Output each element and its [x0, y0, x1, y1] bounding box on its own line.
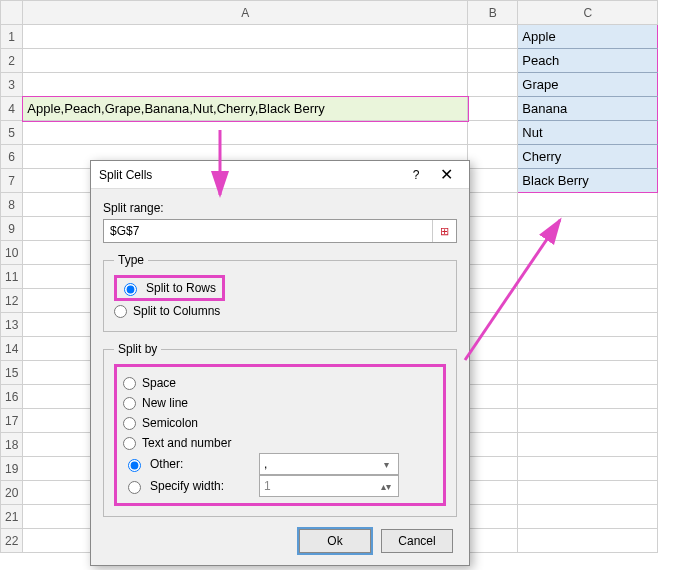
- ok-button[interactable]: Ok: [299, 529, 371, 553]
- cell[interactable]: [468, 409, 518, 433]
- split-to-rows-radio[interactable]: [124, 283, 137, 296]
- cell[interactable]: [468, 265, 518, 289]
- row-header[interactable]: 20: [1, 481, 23, 505]
- cell[interactable]: [468, 385, 518, 409]
- cell[interactable]: [518, 313, 658, 337]
- row-header[interactable]: 19: [1, 457, 23, 481]
- width-spinner[interactable]: 1▴▾: [259, 475, 399, 497]
- result-cell[interactable]: Black Berry: [518, 169, 658, 193]
- cell[interactable]: [23, 49, 468, 73]
- row-header[interactable]: 10: [1, 241, 23, 265]
- cell[interactable]: [468, 457, 518, 481]
- row-header[interactable]: 16: [1, 385, 23, 409]
- row-header[interactable]: 7: [1, 169, 23, 193]
- cell[interactable]: [23, 25, 468, 49]
- cell[interactable]: [468, 241, 518, 265]
- result-cell[interactable]: Grape: [518, 73, 658, 97]
- row-header[interactable]: 17: [1, 409, 23, 433]
- split-by-other-radio[interactable]: [128, 459, 141, 472]
- split-to-columns-label: Split to Columns: [133, 304, 220, 318]
- cell[interactable]: [468, 505, 518, 529]
- row-header[interactable]: 3: [1, 73, 23, 97]
- other-delimiter-combo[interactable]: ,▾: [259, 453, 399, 475]
- cell[interactable]: [468, 49, 518, 73]
- result-cell[interactable]: Banana: [518, 97, 658, 121]
- cell[interactable]: [468, 289, 518, 313]
- cell[interactable]: [468, 337, 518, 361]
- row-header[interactable]: 15: [1, 361, 23, 385]
- row-header[interactable]: 6: [1, 145, 23, 169]
- width-value: 1: [264, 479, 378, 493]
- row-header[interactable]: 13: [1, 313, 23, 337]
- range-picker-icon[interactable]: ⊞: [432, 220, 456, 242]
- split-range-input[interactable]: [104, 220, 432, 242]
- other-delimiter-value: ,: [264, 457, 378, 471]
- row-header[interactable]: 12: [1, 289, 23, 313]
- dialog-titlebar[interactable]: Split Cells ? ✕: [91, 161, 469, 189]
- specify-width-label: Specify width:: [150, 479, 224, 493]
- cell[interactable]: [468, 97, 518, 121]
- split-by-space-radio[interactable]: [123, 377, 136, 390]
- col-header-c[interactable]: C: [518, 1, 658, 25]
- split-to-columns-radio[interactable]: [114, 305, 127, 318]
- cell[interactable]: [518, 505, 658, 529]
- split-by-legend: Split by: [114, 342, 161, 356]
- cell[interactable]: [468, 25, 518, 49]
- type-rows-highlight: Split to Rows: [114, 275, 225, 301]
- split-by-semicolon-label: Semicolon: [142, 416, 198, 430]
- corner-cell[interactable]: [1, 1, 23, 25]
- result-cell[interactable]: Nut: [518, 121, 658, 145]
- cell[interactable]: [518, 265, 658, 289]
- cell[interactable]: [468, 193, 518, 217]
- close-button[interactable]: ✕: [431, 165, 461, 184]
- cell[interactable]: [518, 217, 658, 241]
- cell[interactable]: [518, 337, 658, 361]
- cell[interactable]: [468, 217, 518, 241]
- cell[interactable]: [518, 361, 658, 385]
- row-header[interactable]: 8: [1, 193, 23, 217]
- cancel-button[interactable]: Cancel: [381, 529, 453, 553]
- specify-width-radio[interactable]: [128, 481, 141, 494]
- split-by-group: Split by Space New line Semicolon Text a…: [103, 342, 457, 517]
- cell[interactable]: [468, 433, 518, 457]
- cell[interactable]: [518, 409, 658, 433]
- cell[interactable]: [518, 457, 658, 481]
- result-cell[interactable]: Apple: [518, 25, 658, 49]
- row-header[interactable]: 14: [1, 337, 23, 361]
- split-by-semicolon-radio[interactable]: [123, 417, 136, 430]
- row-header[interactable]: 22: [1, 529, 23, 553]
- row-header[interactable]: 2: [1, 49, 23, 73]
- row-header[interactable]: 18: [1, 433, 23, 457]
- cell[interactable]: [468, 529, 518, 553]
- row-header[interactable]: 11: [1, 265, 23, 289]
- cell[interactable]: [518, 241, 658, 265]
- cell[interactable]: [518, 481, 658, 505]
- cell[interactable]: [468, 121, 518, 145]
- row-header[interactable]: 5: [1, 121, 23, 145]
- cell[interactable]: [468, 145, 518, 169]
- result-cell[interactable]: Peach: [518, 49, 658, 73]
- col-header-a[interactable]: A: [23, 1, 468, 25]
- cell[interactable]: [518, 433, 658, 457]
- cell[interactable]: [468, 481, 518, 505]
- row-header[interactable]: 4: [1, 97, 23, 121]
- cell[interactable]: [468, 73, 518, 97]
- cell[interactable]: [518, 385, 658, 409]
- help-button[interactable]: ?: [401, 168, 431, 182]
- result-cell[interactable]: Cherry: [518, 145, 658, 169]
- row-header[interactable]: 1: [1, 25, 23, 49]
- split-by-textnum-radio[interactable]: [123, 437, 136, 450]
- cell[interactable]: [23, 73, 468, 97]
- col-header-b[interactable]: B: [468, 1, 518, 25]
- cell[interactable]: [518, 529, 658, 553]
- cell[interactable]: [23, 121, 468, 145]
- row-header[interactable]: 9: [1, 217, 23, 241]
- cell[interactable]: [468, 169, 518, 193]
- row-header[interactable]: 21: [1, 505, 23, 529]
- cell[interactable]: [468, 313, 518, 337]
- split-by-newline-radio[interactable]: [123, 397, 136, 410]
- cell[interactable]: [468, 361, 518, 385]
- cell[interactable]: [518, 289, 658, 313]
- source-cell[interactable]: Apple,Peach,Grape,Banana,Nut,Cherry,Blac…: [23, 97, 468, 121]
- cell[interactable]: [518, 193, 658, 217]
